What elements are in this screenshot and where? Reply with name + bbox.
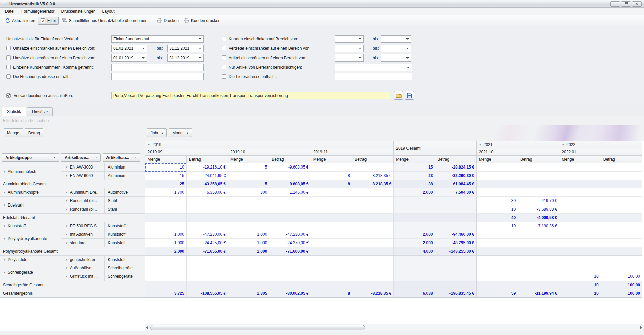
- pivot-cell[interactable]: 15: [394, 163, 435, 172]
- pivot-cell[interactable]: [311, 256, 352, 264]
- pivot-cell[interactable]: 19: [476, 222, 518, 230]
- pivot-cell[interactable]: [228, 256, 269, 264]
- pivot-cell[interactable]: [601, 214, 642, 222]
- pivot-cell[interactable]: 15: [145, 172, 186, 180]
- pivot-cell[interactable]: [559, 256, 601, 264]
- pivot-cell[interactable]: [518, 281, 559, 289]
- column-header-month[interactable]: 2019.11: [311, 148, 394, 156]
- pivot-row-header[interactable]: ▼Außenhülse, ...: [62, 264, 104, 272]
- minimize-button[interactable]: –: [610, 1, 620, 7]
- pivot-cell[interactable]: [476, 247, 518, 256]
- pivot-row-header[interactable]: ▼Aluminiumblech: [0, 163, 62, 180]
- pivot-cell[interactable]: [435, 272, 476, 281]
- customers-range-checkbox[interactable]: [222, 37, 226, 41]
- pivot-cell[interactable]: [476, 256, 518, 264]
- measure-header-menge[interactable]: Menge: [476, 156, 518, 163]
- expand-icon[interactable]: ▼: [3, 271, 6, 274]
- pivot-cell[interactable]: [186, 222, 228, 230]
- column-header-month[interactable]: 2022.01: [559, 148, 642, 156]
- pivot-total-row-header[interactable]: Edelstahl Gesamt: [0, 214, 145, 222]
- pivot-cell[interactable]: [311, 222, 352, 230]
- pivot-cell[interactable]: [311, 205, 352, 214]
- pivot-cell[interactable]: [518, 172, 559, 180]
- pivot-cell[interactable]: -8.218,35 €: [352, 289, 393, 298]
- menu-item-1[interactable]: Datei: [2, 8, 18, 15]
- pivot-cell[interactable]: [269, 272, 311, 281]
- pivot-cell[interactable]: -8.218,35 €: [352, 172, 393, 180]
- pivot-cell[interactable]: [435, 222, 476, 230]
- pivot-cell[interactable]: -9.608,05 €: [269, 180, 311, 188]
- column-header-year[interactable]: ▼2022: [559, 141, 642, 148]
- pivot-row-header[interactable]: Kunststoff: [105, 222, 145, 230]
- titlebar[interactable]: Umsatzstatistik V5.0.9.0 – ×: [0, 0, 644, 8]
- close-button[interactable]: ×: [632, 1, 642, 7]
- pivot-cell[interactable]: [352, 247, 393, 256]
- quickfilter-button[interactable]: Schnellfilter aus Umsatztabelle übernehm…: [59, 16, 150, 25]
- expand-icon[interactable]: ▼: [65, 258, 68, 261]
- pivot-cell[interactable]: -47.230,00 €: [269, 230, 311, 239]
- pivot-cell[interactable]: 40: [476, 214, 518, 222]
- expand-icon[interactable]: ▼: [65, 241, 68, 245]
- pivot-cell[interactable]: 3.725: [145, 289, 186, 298]
- pivot-row-header[interactable]: ▼Schreibgeräte: [0, 264, 62, 281]
- dropdown[interactable]: [335, 35, 364, 43]
- dropdown[interactable]: [381, 45, 411, 52]
- pivot-cell[interactable]: 100,00: [601, 272, 642, 281]
- pivot-cell[interactable]: [311, 230, 352, 239]
- pivot-cell[interactable]: [352, 272, 393, 281]
- pivot-cell[interactable]: 2.000: [145, 247, 186, 256]
- pivot-cell[interactable]: [269, 172, 311, 180]
- pivot-cell[interactable]: -43.258,05 €: [186, 180, 228, 188]
- pivot-cell[interactable]: [601, 188, 642, 197]
- pivot-cell[interactable]: [476, 272, 518, 281]
- pivot-cell[interactable]: [228, 264, 269, 272]
- pivot-cell[interactable]: [394, 222, 435, 230]
- pivot-cell[interactable]: [601, 239, 642, 247]
- pivot-cell[interactable]: [601, 172, 642, 180]
- refresh-button[interactable]: Aktualisieren: [2, 16, 38, 25]
- pivot-cell[interactable]: [311, 239, 352, 247]
- row-field-3[interactable]: Artikelhau...▲: [103, 153, 140, 162]
- print-button[interactable]: Drucken: [154, 16, 181, 25]
- delivery-address-checkbox[interactable]: [222, 74, 226, 79]
- pivot-cell[interactable]: [559, 214, 601, 222]
- pivot-cell[interactable]: [186, 205, 228, 214]
- pivot-cell[interactable]: 23: [394, 172, 435, 180]
- pivot-row-header[interactable]: ▼Polyhydroxyalkanoate: [0, 230, 62, 247]
- measure-header-menge[interactable]: Menge: [228, 156, 269, 163]
- pivot-cell[interactable]: 25: [145, 180, 186, 188]
- pivot-cell[interactable]: -11.199,94 €: [518, 289, 559, 298]
- pivot-row-header[interactable]: Aluminium: [105, 163, 145, 172]
- pivot-cell[interactable]: [394, 197, 435, 205]
- pivot-cell[interactable]: [601, 205, 642, 214]
- pivot-cell[interactable]: -108.555,05 €: [186, 289, 228, 298]
- pivot-cell[interactable]: [145, 197, 186, 205]
- pivot-cell[interactable]: [518, 188, 559, 197]
- pivot-cell[interactable]: [352, 163, 393, 172]
- pivot-cell[interactable]: 10: [559, 289, 601, 298]
- pivot-cell[interactable]: -8.218,35 €: [352, 180, 393, 188]
- pivot-cell[interactable]: [311, 272, 352, 281]
- pivot-cell[interactable]: [186, 281, 228, 289]
- pivot-row-header[interactable]: ▼Griffstück mit ...: [62, 272, 104, 281]
- tab-statistik[interactable]: Statistik: [2, 107, 26, 116]
- pivot-cell[interactable]: -71.655,00 €: [186, 247, 228, 256]
- pivot-cell[interactable]: [269, 214, 311, 222]
- pivot-cell[interactable]: [394, 205, 435, 214]
- expand-icon[interactable]: ▼: [65, 199, 68, 202]
- pivot-cell[interactable]: 1.000: [145, 230, 186, 239]
- pivot-cell[interactable]: -4.009,58 €: [518, 214, 559, 222]
- pivot-total-row-header[interactable]: Gesamtergebnis: [0, 289, 145, 298]
- pivot-cell[interactable]: -47.230,00 €: [186, 230, 228, 239]
- measure-header-betrag[interactable]: Betrag: [352, 156, 393, 163]
- pivot-cell[interactable]: [352, 281, 393, 289]
- dropdown[interactable]: [335, 45, 364, 52]
- pivot-cell[interactable]: -28.824,15 €: [435, 163, 476, 172]
- column-header-year[interactable]: ▼2021: [476, 141, 559, 148]
- pivot-cell[interactable]: [352, 214, 393, 222]
- menu-item-4[interactable]: Layout: [99, 8, 118, 15]
- dropdown[interactable]: [335, 54, 364, 62]
- pivot-cell[interactable]: [476, 188, 518, 197]
- expand-icon[interactable]: ▼: [3, 237, 6, 240]
- pivot-cell[interactable]: 59: [476, 289, 518, 298]
